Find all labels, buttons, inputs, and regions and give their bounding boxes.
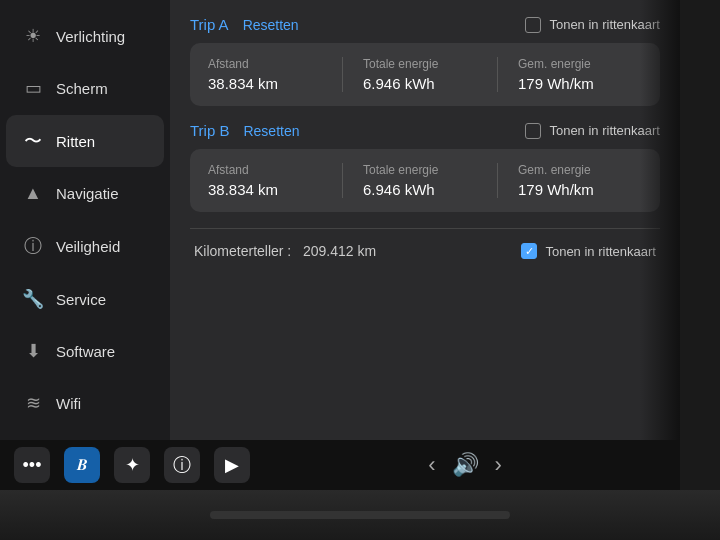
sidebar-item-label: Veiligheid xyxy=(56,238,120,255)
sidebar-item-label: Wifi xyxy=(56,395,81,412)
taskbar-bluetooth-icon[interactable]: 𝑩 xyxy=(64,447,100,483)
trip-b-afstand: Afstand 38.834 km xyxy=(208,163,332,198)
wifi-icon: ≋ xyxy=(22,392,44,414)
trip-a-header-left: Trip A Resetten xyxy=(190,16,299,33)
b-totale-energie-label: Totale energie xyxy=(363,163,487,177)
afstand-label: Afstand xyxy=(208,57,332,71)
km-teller-label: Kilometerteller : xyxy=(194,243,291,259)
chevron-right-icon[interactable]: › xyxy=(495,452,502,478)
gem-energie-value: 179 Wh/km xyxy=(518,75,642,92)
taskbar-info-icon[interactable]: ⓘ xyxy=(164,447,200,483)
b-afstand-label: Afstand xyxy=(208,163,332,177)
trip-b-totale-energie: Totale energie 6.946 kWh xyxy=(342,163,487,198)
sidebar-item-label: Verlichting xyxy=(56,28,125,45)
afstand-value: 38.834 km xyxy=(208,75,332,92)
trip-b-label: Trip B xyxy=(190,122,229,139)
sidebar-item-label: Ritten xyxy=(56,133,95,150)
safety-icon: ⓘ xyxy=(22,234,44,258)
km-teller-value: 209.412 km xyxy=(303,243,376,259)
b-gem-energie-value: 179 Wh/km xyxy=(518,181,642,198)
nav-icon: ▲ xyxy=(22,183,44,204)
trip-a-gem-energie: Gem. energie 179 Wh/km xyxy=(497,57,642,92)
trip-a-totale-energie: Totale energie 6.946 kWh xyxy=(342,57,487,92)
trip-b-data-card: Afstand 38.834 km Totale energie 6.946 k… xyxy=(190,149,660,212)
trip-b-tonen-label: Tonen in rittenkaart xyxy=(549,123,660,138)
volume-icon: 🔊 xyxy=(452,452,479,478)
km-tellen-checkbox[interactable] xyxy=(521,243,537,259)
sidebar-item-wifi[interactable]: ≋ Wifi xyxy=(6,378,164,428)
trip-a-afstand: Afstand 38.834 km xyxy=(208,57,332,92)
ritten-icon: 〜 xyxy=(22,129,44,153)
totale-energie-label: Totale energie xyxy=(363,57,487,71)
screen: ☀ Verlichting ▭ Scherm 〜 Ritten ▲ Naviga… xyxy=(0,0,680,490)
sidebar-item-ritten[interactable]: 〜 Ritten xyxy=(6,115,164,167)
trip-b-header-left: Trip B Resetten xyxy=(190,122,300,139)
chevron-left-icon[interactable]: ‹ xyxy=(428,452,435,478)
trip-b-tonen-checkbox[interactable] xyxy=(525,123,541,139)
trip-b-gem-energie: Gem. energie 179 Wh/km xyxy=(497,163,642,198)
taskbar-media-icon[interactable]: ▶ xyxy=(214,447,250,483)
trip-a-data-card: Afstand 38.834 km Totale energie 6.946 k… xyxy=(190,43,660,106)
totale-energie-value: 6.946 kWh xyxy=(363,75,487,92)
sidebar-item-service[interactable]: 🔧 Service xyxy=(6,274,164,324)
trip-b-header: Trip B Resetten Tonen in rittenkaart xyxy=(190,122,660,139)
sidebar-item-label: Service xyxy=(56,291,106,308)
sidebar-item-navigatie[interactable]: ▲ Navigatie xyxy=(6,169,164,218)
trip-a-section: Trip A Resetten Tonen in rittenkaart Afs… xyxy=(190,16,660,106)
wrench-icon: 🔧 xyxy=(22,288,44,310)
taskbar-center-controls: ‹ 🔊 › xyxy=(428,452,502,478)
monitor-stand xyxy=(0,490,720,540)
screen-icon: ▭ xyxy=(22,77,44,99)
trip-a-tonen-checkbox[interactable] xyxy=(525,17,541,33)
taskbar-apps-icon[interactable]: ✦ xyxy=(114,447,150,483)
sidebar-item-scherm[interactable]: ▭ Scherm xyxy=(6,63,164,113)
km-teller-text: Kilometerteller : 209.412 km xyxy=(194,243,376,259)
sidebar-item-verlichting[interactable]: ☀ Verlichting xyxy=(6,11,164,61)
trip-a-tonen-label: Tonen in rittenkaart xyxy=(549,17,660,32)
taskbar-dots-icon[interactable]: ••• xyxy=(14,447,50,483)
trip-a-tonen: Tonen in rittenkaart xyxy=(525,17,660,33)
sidebar-item-software[interactable]: ⬇ Software xyxy=(6,326,164,376)
b-gem-energie-label: Gem. energie xyxy=(518,163,642,177)
trip-b-section: Trip B Resetten Tonen in rittenkaart Afs… xyxy=(190,122,660,212)
sidebar-item-label: Navigatie xyxy=(56,185,119,202)
sidebar-item-label: Software xyxy=(56,343,115,360)
sidebar-item-veiligheid[interactable]: ⓘ Veiligheid xyxy=(6,220,164,272)
trip-a-reset-button[interactable]: Resetten xyxy=(243,17,299,33)
sun-icon: ☀ xyxy=(22,25,44,47)
trip-a-label: Trip A xyxy=(190,16,229,33)
download-icon: ⬇ xyxy=(22,340,44,362)
km-tonen-label: Tonen in rittenkaart xyxy=(545,244,656,259)
sidebar: ☀ Verlichting ▭ Scherm 〜 Ritten ▲ Naviga… xyxy=(0,0,170,490)
trip-b-reset-button[interactable]: Resetten xyxy=(243,123,299,139)
taskbar: ••• 𝑩 ✦ ⓘ ▶ ‹ 🔊 › xyxy=(0,440,680,490)
gem-energie-label: Gem. energie xyxy=(518,57,642,71)
sidebar-item-label: Scherm xyxy=(56,80,108,97)
trip-a-header: Trip A Resetten Tonen in rittenkaart xyxy=(190,16,660,33)
b-totale-energie-value: 6.946 kWh xyxy=(363,181,487,198)
b-afstand-value: 38.834 km xyxy=(208,181,332,198)
trip-b-tonen: Tonen in rittenkaart xyxy=(525,123,660,139)
km-tellen-tonen: Tonen in rittenkaart xyxy=(521,243,656,259)
stand-bar xyxy=(210,511,510,519)
km-teller-row: Kilometerteller : 209.412 km Tonen in ri… xyxy=(190,228,660,273)
main-content: Trip A Resetten Tonen in rittenkaart Afs… xyxy=(170,0,680,490)
